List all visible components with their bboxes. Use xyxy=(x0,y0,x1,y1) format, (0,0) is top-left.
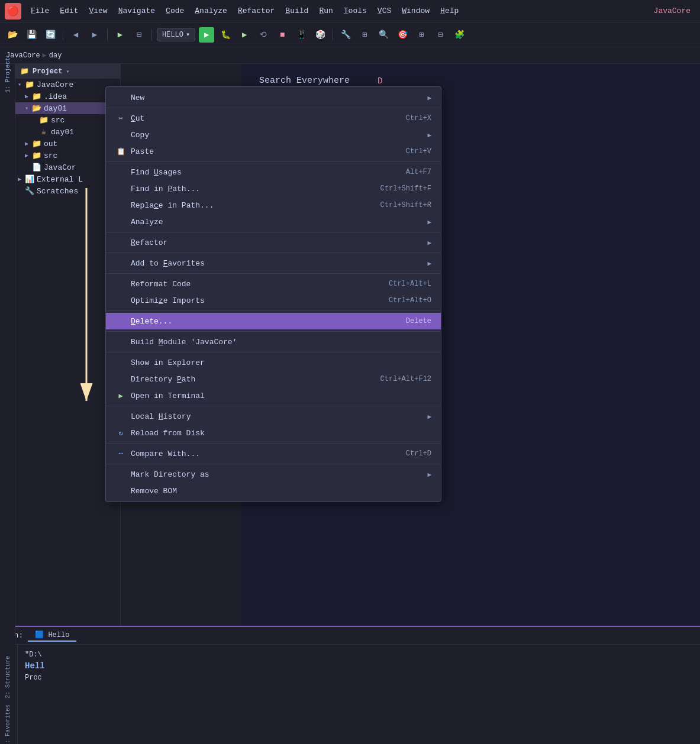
menu-cut[interactable]: ✂ Cut Ctrl+X xyxy=(106,110,441,127)
menu-add-favorites[interactable]: Add to Favorites ▶ xyxy=(106,255,441,271)
menu-run[interactable]: Run xyxy=(314,4,337,18)
breadcrumb-home[interactable]: JavaCore xyxy=(6,51,40,60)
menu-mark-dir-label: Mark Directory as xyxy=(131,470,422,479)
menu-paste[interactable]: 📋 Paste Ctrl+V xyxy=(106,143,441,160)
tree-item-src[interactable]: 📁 src xyxy=(15,114,120,126)
menu-replace-in-path[interactable]: Replace in Path... Ctrl+Shift+R xyxy=(106,197,441,214)
menu-analyze[interactable]: Analyze ▶ xyxy=(106,214,441,230)
run-config-arrow: ▾ xyxy=(186,30,190,39)
toolbar-search-btn[interactable]: 🔍 xyxy=(376,27,391,43)
toolbar-stop-btn[interactable]: ■ xyxy=(275,27,290,43)
menu-build-module[interactable]: Build Module 'JavaCore' xyxy=(106,334,441,350)
menu-build[interactable]: Build xyxy=(280,4,313,18)
tree-item-javacore[interactable]: ▾ 📁 JavaCore xyxy=(15,79,120,90)
menu-edit[interactable]: Edit xyxy=(55,4,83,18)
tree-arrow-idea: ▶ xyxy=(25,93,32,100)
run-config-dropdown[interactable]: HELLO ▾ xyxy=(157,28,195,41)
menu-replace-in-path-label: Replace in Path... xyxy=(131,201,380,210)
menu-new[interactable]: New ▶ xyxy=(106,89,441,106)
menu-optimize[interactable]: Optimize Imports Ctrl+Alt+O xyxy=(106,292,441,309)
sep-after-refactor xyxy=(106,253,441,253)
sep-after-reload xyxy=(106,443,441,444)
menu-refactor[interactable]: Refactor ▶ xyxy=(106,234,441,251)
run-button[interactable]: ▶ xyxy=(199,27,214,43)
menu-view[interactable]: View xyxy=(84,4,112,18)
menu-open-terminal[interactable]: ▶ Open in Terminal xyxy=(106,387,441,404)
menu-tools[interactable]: Tools xyxy=(339,4,372,18)
menu-refactor[interactable]: Refactor xyxy=(233,4,279,18)
menu-find-in-path[interactable]: Find in Path... Ctrl+Shift+F xyxy=(106,180,441,197)
tree-item-external[interactable]: ▶ 📊 External L xyxy=(15,173,120,185)
toolbar-coverage-btn[interactable]: ▶ xyxy=(237,27,252,43)
menu-local-history[interactable]: Local History ▶ xyxy=(106,408,441,425)
menu-remove-bom[interactable]: Remove BOM xyxy=(106,483,441,499)
toolbar-cube-btn[interactable]: 🎲 xyxy=(312,27,328,43)
menu-directory-path[interactable]: Directory Path Ctrl+Alt+F12 xyxy=(106,371,441,387)
sep-after-build xyxy=(106,352,441,352)
menu-show-explorer[interactable]: Show in Explorer xyxy=(106,354,441,371)
toolbar-sep-2 xyxy=(107,29,108,41)
toolbar-back-btn[interactable]: ◀ xyxy=(68,27,83,43)
menu-analyze[interactable]: Analyze xyxy=(190,4,232,18)
toolbar-grid-btn[interactable]: ⊞ xyxy=(414,27,429,43)
find-in-path-icon xyxy=(115,183,126,194)
toolbar-run-mode-btn[interactable]: ▶ xyxy=(112,27,128,43)
build-icon xyxy=(115,337,126,347)
menu-window[interactable]: Window xyxy=(397,4,434,18)
menu-dir-path-label: Directory Path xyxy=(131,375,380,384)
toolbar-plugin-btn[interactable]: 🧩 xyxy=(451,27,467,43)
toolbar-open-btn[interactable]: 📂 xyxy=(5,27,20,43)
menu-find-usages[interactable]: Find Usages Alt+F7 xyxy=(106,164,441,180)
toolbar-wrench-btn[interactable]: 🔧 xyxy=(338,27,353,43)
menu-code[interactable]: Code xyxy=(161,4,189,18)
mark-dir-arrow: ▶ xyxy=(427,471,431,478)
tree-item-javacore-file[interactable]: 📄 JavaCor xyxy=(15,161,120,173)
toolbar-save-btn[interactable]: 💾 xyxy=(24,27,39,43)
tree-arrow-javacore: ▾ xyxy=(18,81,25,88)
tree-item-day01-file[interactable]: ☕ day01 xyxy=(15,126,120,138)
replace-in-path-shortcut: Ctrl+Shift+R xyxy=(380,201,431,209)
run-output: "D:\ Hell Proc xyxy=(18,645,700,744)
menu-delete[interactable]: Delete... Delete xyxy=(106,313,441,329)
menu-file[interactable]: File xyxy=(26,4,54,18)
toolbar-profiler-btn[interactable]: ⟲ xyxy=(256,27,271,43)
tree-item-day01[interactable]: ▾ 📂 day01 xyxy=(15,102,120,114)
sidebar-icon-project[interactable]: 1: Project xyxy=(1,69,14,82)
toolbar-split-btn[interactable]: ⊟ xyxy=(433,27,448,43)
toolbar-layout2-btn[interactable]: ⊞ xyxy=(357,27,372,43)
tree-item-src-root[interactable]: ▶ 📁 src xyxy=(15,150,120,161)
toolbar-sync-btn[interactable]: 🔄 xyxy=(43,27,58,43)
menu-mark-directory[interactable]: Mark Directory as ▶ xyxy=(106,466,441,483)
sidebar-icon-structure[interactable]: 2: Structure xyxy=(1,671,14,684)
menu-compare[interactable]: ↔ Compare With... Ctrl+D xyxy=(106,445,441,462)
menu-vcs[interactable]: VCS xyxy=(373,4,396,18)
tree-item-scratches[interactable]: 🔧 Scratches xyxy=(15,185,120,197)
sidebar-icon-favorites[interactable]: 2: Favorites xyxy=(1,719,14,732)
tree-item-out[interactable]: ▶ 📁 out xyxy=(15,138,120,150)
toolbar-target-btn[interactable]: 🎯 xyxy=(395,27,410,43)
run-panel: Run: 🟦 Hello ▶ ▲ ▼ ■ ↺ ⚙ 📌 🖨 🗑 ⭐ "D:\ xyxy=(0,626,700,744)
project-panel-header[interactable]: 📁 Project ▾ xyxy=(15,64,120,79)
menu-reformat[interactable]: Reformat Code Ctrl+Alt+L xyxy=(106,276,441,292)
sep-after-terminal xyxy=(106,406,441,406)
run-tab-hello[interactable]: 🟦 Hello xyxy=(28,629,76,642)
tree-item-idea[interactable]: ▶ 📁 .idea xyxy=(15,90,120,102)
menu-new-label: New xyxy=(131,93,422,102)
analyze-arrow: ▶ xyxy=(427,218,431,226)
breadcrumb-day[interactable]: day xyxy=(49,51,62,60)
menu-reload-disk[interactable]: ↻ Reload from Disk xyxy=(106,425,441,441)
toolbar-debug-btn[interactable]: 🐛 xyxy=(218,27,233,43)
tree-arrow-out: ▶ xyxy=(25,140,32,147)
tree-label-day01: day01 xyxy=(44,104,67,113)
menu-help[interactable]: Help xyxy=(436,4,463,18)
app-logo: 🔴 xyxy=(5,3,21,20)
scratch-icon: 🔧 xyxy=(25,186,34,196)
menu-copy[interactable]: Copy ▶ xyxy=(106,127,441,143)
sep-after-paste xyxy=(106,161,441,162)
tree-label-out: out xyxy=(44,140,57,148)
menu-navigate[interactable]: Navigate xyxy=(114,4,160,18)
toolbar-forward-btn[interactable]: ▶ xyxy=(87,27,102,43)
menu-terminal-label: Open in Terminal xyxy=(131,392,431,400)
toolbar-device-btn[interactable]: 📱 xyxy=(293,27,309,43)
toolbar-layout-btn[interactable]: ⊟ xyxy=(131,27,147,43)
